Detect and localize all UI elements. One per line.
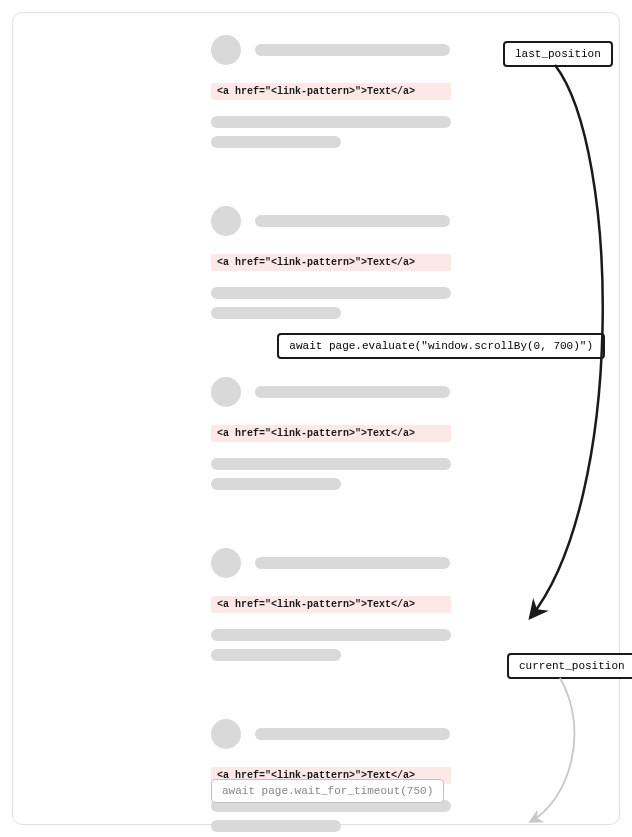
username-placeholder — [255, 386, 450, 398]
avatar-placeholder — [211, 548, 241, 578]
label-wait-call: await page.wait_for_timeout(750) — [211, 779, 444, 803]
text-placeholder-line — [211, 458, 451, 470]
username-placeholder — [255, 557, 450, 569]
avatar-placeholder — [211, 377, 241, 407]
avatar-placeholder — [211, 35, 241, 65]
post-item: <a href="<link-pattern>">Text</a> — [211, 377, 471, 490]
text-placeholder-line — [211, 820, 341, 832]
avatar-placeholder — [211, 719, 241, 749]
text-placeholder-line — [211, 307, 341, 319]
link-snippet: <a href="<link-pattern>">Text</a> — [211, 254, 451, 271]
post-item: <a href="<link-pattern>">Text</a> — [211, 35, 471, 148]
username-placeholder — [255, 728, 450, 740]
username-placeholder — [255, 215, 450, 227]
label-current-position: current_position — [507, 653, 632, 679]
viewport-frame: <a href="<link-pattern>">Text</a> <a hre… — [12, 12, 620, 825]
post-header — [211, 719, 471, 749]
link-snippet: <a href="<link-pattern>">Text</a> — [211, 596, 451, 613]
post-header — [211, 206, 471, 236]
post-header — [211, 548, 471, 578]
text-placeholder-line — [211, 478, 341, 490]
label-scroll-call: await page.evaluate("window.scrollBy(0, … — [277, 333, 605, 359]
link-snippet: <a href="<link-pattern>">Text</a> — [211, 425, 451, 442]
text-placeholder-line — [211, 649, 341, 661]
text-placeholder-line — [211, 287, 451, 299]
link-snippet: <a href="<link-pattern>">Text</a> — [211, 83, 451, 100]
post-item: <a href="<link-pattern>">Text</a> — [211, 206, 471, 319]
post-item: <a href="<link-pattern>">Text</a> — [211, 548, 471, 661]
username-placeholder — [255, 44, 450, 56]
text-placeholder-line — [211, 136, 341, 148]
post-header — [211, 377, 471, 407]
text-placeholder-line — [211, 629, 451, 641]
post-header — [211, 35, 471, 65]
content-feed: <a href="<link-pattern>">Text</a> <a hre… — [211, 35, 471, 837]
text-placeholder-line — [211, 116, 451, 128]
avatar-placeholder — [211, 206, 241, 236]
label-last-position: last_position — [503, 41, 613, 67]
post-item: <a href="<link-pattern>">Text</a> — [211, 719, 471, 832]
